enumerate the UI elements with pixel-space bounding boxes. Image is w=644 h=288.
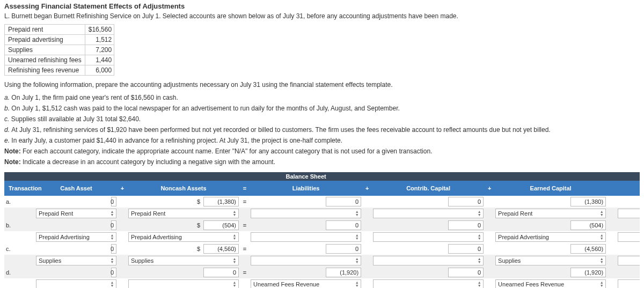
stepper-icon[interactable]: ▲▼: [477, 234, 482, 240]
stepper-icon[interactable]: ▲▼: [599, 257, 604, 264]
noncash-asset-amount[interactable]: (1,380): [203, 197, 239, 206]
liabilities-select[interactable]: ▲▼: [251, 232, 361, 242]
liabilities-amount[interactable]: 0: [326, 197, 361, 206]
cash-asset-select[interactable]: Prepaid Advertising▲▼: [36, 232, 116, 242]
cash-asset-amount[interactable]: 0: [111, 197, 116, 206]
cash-asset-amount[interactable]: 0: [111, 268, 116, 277]
note2-label: Note:: [4, 158, 21, 166]
stepper-icon[interactable]: ▲▼: [477, 257, 482, 264]
account-name: Unearned refinishing fees: [5, 55, 85, 65]
hdr-plus-1: +: [118, 181, 127, 196]
hdr-balance-sheet: Balance Sheet: [249, 172, 363, 181]
earned-capital-select[interactable]: Unearned Fees Revenue▲▼: [495, 279, 606, 288]
earned-capital-select[interactable]: Prepaid Rent▲▼: [495, 209, 606, 218]
contrib-capital-amount[interactable]: 0: [448, 197, 484, 206]
account-value: 6,000: [85, 65, 114, 76]
earned-capital-select[interactable]: Prepaid Advertising▲▼: [495, 232, 606, 242]
liabilities-select[interactable]: ▲▼: [251, 256, 361, 265]
eq-sign: =: [240, 196, 249, 208]
stepper-icon[interactable]: ▲▼: [232, 257, 237, 264]
earned-capital-amount[interactable]: (504): [570, 220, 606, 230]
account-value: 1,440: [85, 55, 114, 65]
fse-row-top: a.0$(1,380)=00(1,380)0-(1,380)=(1,380): [4, 196, 640, 208]
noncash-asset-amount[interactable]: (504): [203, 220, 239, 230]
hdr-revenues: Revenues: [616, 181, 640, 196]
hdr-noncash: Noncash Assets: [127, 181, 240, 196]
liabilities-amount[interactable]: 0: [326, 244, 361, 254]
stepper-icon[interactable]: ▲▼: [232, 210, 237, 217]
instruction-1: Using the following information, prepare…: [4, 80, 640, 90]
liabilities-select[interactable]: Unearned Fees Revenue▲▼: [251, 279, 361, 288]
transaction-id: c.: [4, 243, 34, 255]
note1-label: Note:: [4, 147, 21, 155]
account-name: Refinishing fees revenue: [5, 65, 85, 76]
cash-asset-select[interactable]: Supplies▲▼: [36, 256, 116, 265]
contrib-capital-amount[interactable]: 0: [448, 268, 484, 277]
contrib-capital-select[interactable]: ▲▼: [373, 256, 484, 265]
transaction-id: a.: [4, 196, 34, 208]
stepper-icon[interactable]: ▲▼: [354, 210, 360, 217]
noncash-asset-select[interactable]: ▲▼: [128, 279, 239, 288]
contrib-capital-select[interactable]: ▲▼: [373, 279, 484, 288]
earned-capital-amount[interactable]: (1,920): [570, 268, 606, 277]
liabilities-amount[interactable]: (1,920): [326, 268, 361, 277]
stepper-icon[interactable]: ▲▼: [109, 210, 115, 217]
stepper-icon[interactable]: ▲▼: [477, 281, 482, 287]
fse-table: Balance Sheet Income Statement Transacti…: [4, 172, 640, 288]
item-e: In early July, a customer paid $1,440 in…: [11, 137, 342, 144]
liabilities-select[interactable]: ▲▼: [251, 209, 361, 218]
revenues-select[interactable]: ▲▼: [618, 256, 640, 265]
stepper-icon[interactable]: ▲▼: [109, 257, 115, 264]
stepper-icon[interactable]: ▲▼: [109, 281, 115, 287]
noncash-prefix: $: [127, 219, 202, 231]
account-value: 1,512: [85, 35, 114, 45]
noncash-prefix: $: [127, 196, 202, 208]
revenues-select[interactable]: ▲▼: [618, 232, 640, 242]
stepper-icon[interactable]: ▲▼: [599, 234, 604, 240]
noncash-asset-amount[interactable]: (4,560): [203, 244, 239, 254]
contrib-capital-select[interactable]: ▲▼: [373, 232, 484, 242]
stepper-icon[interactable]: ▲▼: [232, 234, 237, 240]
earned-capital-amount[interactable]: (1,380): [570, 197, 606, 206]
noncash-asset-amount[interactable]: 0: [203, 268, 239, 277]
eq-sign: =: [240, 267, 249, 278]
cash-asset-amount[interactable]: 0: [111, 244, 116, 254]
revenues-select[interactable]: ▲▼: [618, 279, 640, 288]
hdr-contrib: Contrib. Capital: [371, 181, 485, 196]
hdr-cash-asset: Cash Asset: [34, 181, 118, 196]
note2-text: Indicate a decrease in an account catego…: [23, 158, 275, 166]
liabilities-amount[interactable]: 0: [326, 220, 361, 230]
page-title: Assessing Financial Statement Effects of…: [4, 2, 640, 10]
stepper-icon[interactable]: ▲▼: [599, 210, 604, 217]
item-a: On July 1, the firm paid one year's rent…: [11, 94, 178, 101]
fse-row-top: c.0$(4,560)=00(4,560)0-(4,560)=(4,560): [4, 243, 640, 255]
fse-row-bot: Prepaid Rent▲▼Prepaid Rent▲▼▲▼▲▼Prepaid …: [4, 208, 640, 219]
noncash-asset-select[interactable]: Prepaid Rent▲▼: [128, 209, 239, 218]
item-b: On July 1, $1,512 cash was paid to the l…: [11, 105, 400, 112]
transaction-id: d.: [4, 267, 34, 278]
fse-row-bot: Prepaid Advertising▲▼Prepaid Advertising…: [4, 231, 640, 243]
cash-asset-select[interactable]: Prepaid Rent▲▼: [36, 209, 116, 218]
noncash-asset-select[interactable]: Prepaid Advertising▲▼: [128, 232, 239, 242]
stepper-icon[interactable]: ▲▼: [232, 281, 237, 287]
stepper-icon[interactable]: ▲▼: [354, 257, 360, 264]
hdr-liabilities: Liabilities: [249, 181, 363, 196]
stepper-icon[interactable]: ▲▼: [109, 234, 115, 240]
stepper-icon[interactable]: ▲▼: [354, 281, 360, 287]
earned-capital-amount[interactable]: (4,560): [570, 244, 606, 254]
stepper-icon[interactable]: ▲▼: [354, 234, 360, 240]
stepper-icon[interactable]: ▲▼: [477, 210, 482, 217]
contrib-capital-amount[interactable]: 0: [448, 244, 484, 254]
account-value: 7,200: [85, 45, 114, 55]
cash-asset-amount[interactable]: 0: [111, 220, 116, 230]
contrib-capital-amount[interactable]: 0: [448, 220, 484, 230]
item-c: Supplies still available at July 31 tota…: [11, 115, 141, 123]
noncash-asset-select[interactable]: Supplies▲▼: [128, 256, 239, 265]
noncash-prefix: [127, 267, 202, 278]
cash-asset-select[interactable]: ▲▼: [36, 279, 116, 288]
contrib-capital-select[interactable]: ▲▼: [373, 209, 484, 218]
earned-capital-select[interactable]: Supplies▲▼: [495, 256, 606, 265]
revenues-select[interactable]: ▲▼: [618, 209, 640, 218]
stepper-icon[interactable]: ▲▼: [599, 281, 604, 287]
fse-row-bot: ▲▼▲▼Unearned Fees Revenue▲▼▲▼Unearned Fe…: [4, 278, 640, 288]
